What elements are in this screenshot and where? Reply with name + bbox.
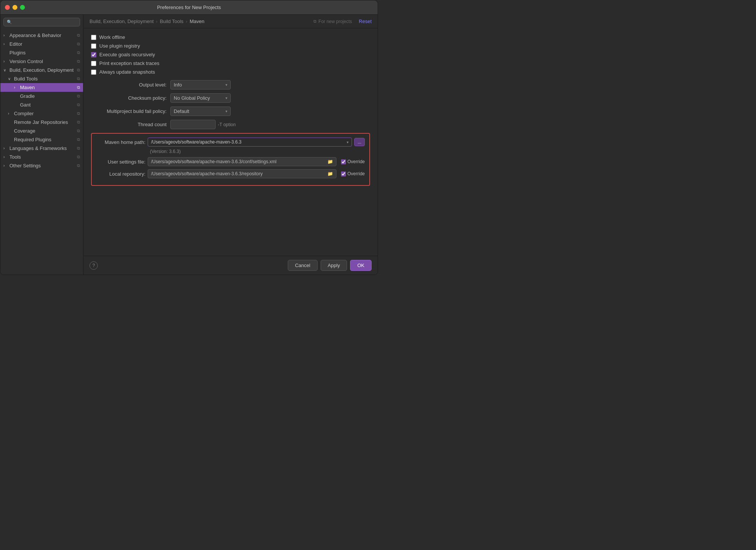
maximize-button[interactable] — [20, 5, 25, 10]
cancel-button[interactable]: Cancel — [288, 260, 317, 271]
copy-icon: ⧉ — [77, 85, 80, 90]
user-settings-file-row: User settings file: /Users/ageovb/softwa… — [96, 157, 365, 166]
checkbox-print-exceptions: Print exception stack traces — [91, 60, 370, 66]
sidebar-item-version-control[interactable]: › Version Control ⧉ — [0, 57, 83, 66]
output-level-label: Output level: — [91, 82, 167, 88]
copy-icon: ⧉ — [77, 154, 80, 159]
checkbox-execute-goals: Execute goals recursively — [91, 52, 370, 57]
sidebar-item-plugins[interactable]: › Plugins ⧉ — [0, 48, 83, 57]
minimize-button[interactable] — [12, 5, 17, 10]
user-settings-file-value: /Users/ageovb/software/apache-maven-3.6.… — [151, 159, 325, 164]
traffic-lights — [5, 5, 25, 10]
breadcrumb: Build, Execution, Deployment › Build Too… — [83, 15, 378, 28]
apply-button[interactable]: Apply — [321, 260, 347, 271]
maven-home-path-value: /Users/ageovb/software/apache-maven-3.6.… — [151, 139, 345, 145]
sidebar-item-coverage[interactable]: › Coverage ⧉ — [0, 127, 83, 135]
always-update-label: Always update snapshots — [99, 69, 155, 75]
maven-home-path-input[interactable]: /Users/ageovb/software/apache-maven-3.6.… — [148, 138, 352, 147]
reset-button[interactable]: Reset — [359, 19, 372, 24]
always-update-checkbox[interactable] — [91, 70, 96, 75]
thread-count-row: Thread count -T option — [91, 120, 370, 129]
copy-icon: ⧉ — [77, 163, 80, 168]
breadcrumb-project: ⧉ For new projects — [313, 19, 352, 24]
chevron-right-icon: › — [3, 33, 8, 37]
output-level-dropdown[interactable]: Info ▾ — [170, 80, 231, 90]
chevron-right-icon: › — [3, 155, 8, 159]
bottom-right-buttons: Cancel Apply OK — [288, 260, 372, 271]
browse-button[interactable]: ... — [354, 138, 365, 146]
user-settings-file-label: User settings file: — [96, 159, 145, 165]
chevron-right-icon: › — [3, 146, 8, 150]
copy-icon: ⧉ — [77, 76, 80, 81]
sidebar-item-appearance[interactable]: › Appearance & Behavior ⧉ — [0, 31, 83, 40]
sidebar: 🔍 › Appearance & Behavior ⧉ › Editor ⧉ ›… — [0, 15, 83, 275]
user-settings-override: Override — [341, 159, 365, 164]
sidebar-item-other-settings[interactable]: › Other Settings ⧉ — [0, 161, 83, 170]
copy-icon: ⧉ — [77, 42, 80, 46]
copy-icon: ⧉ — [77, 111, 80, 116]
checksum-policy-label: Checksum policy: — [91, 95, 167, 101]
sidebar-tree: › Appearance & Behavior ⧉ › Editor ⧉ › P… — [0, 29, 83, 275]
sidebar-item-maven[interactable]: › Maven ⧉ — [0, 83, 83, 92]
maven-home-path-label: Maven home path: — [96, 139, 145, 145]
chevron-right-icon: › — [3, 164, 8, 168]
copy-icon: ⧉ — [77, 102, 80, 107]
folder-icon: 📁 — [327, 159, 333, 164]
multiproject-fail-control: Default ▾ — [170, 107, 231, 116]
user-settings-override-label: Override — [347, 159, 365, 164]
copy-icon: ⧉ — [77, 59, 80, 64]
use-plugin-registry-checkbox[interactable] — [91, 43, 96, 49]
local-repository-override-checkbox[interactable] — [341, 171, 346, 176]
sidebar-item-tools[interactable]: › Tools ⧉ — [0, 153, 83, 161]
chevron-down-icon: ▾ — [347, 140, 349, 144]
user-settings-file-input[interactable]: /Users/ageovb/software/apache-maven-3.6.… — [148, 157, 336, 166]
checkbox-always-update: Always update snapshots — [91, 69, 370, 75]
maven-version-label: (Version: 3.6.3) — [150, 149, 365, 154]
sidebar-item-gant[interactable]: › Gant ⧉ — [0, 100, 83, 109]
multiproject-fail-dropdown[interactable]: Default ▾ — [170, 107, 231, 116]
sidebar-item-build-execution[interactable]: ∨ Build, Execution, Deployment ⧉ — [0, 66, 83, 74]
copy-icon: ⧉ — [77, 120, 80, 125]
help-button[interactable]: ? — [89, 261, 98, 270]
settings-body: Work offline Use plugin registry Execute… — [83, 28, 378, 256]
local-repository-label: Local repository: — [96, 171, 145, 177]
checksum-policy-dropdown[interactable]: No Global Policy ▾ — [170, 93, 231, 103]
sidebar-item-languages[interactable]: › Languages & Frameworks ⧉ — [0, 144, 83, 153]
close-button[interactable] — [5, 5, 10, 10]
output-level-row: Output level: Info ▾ — [91, 80, 370, 90]
chevron-down-icon: ▾ — [225, 109, 227, 113]
t-option-label: -T option — [218, 122, 236, 127]
chevron-down-icon: ▾ — [225, 96, 227, 100]
user-settings-override-checkbox[interactable] — [341, 159, 346, 164]
sidebar-item-build-tools[interactable]: ∨ Build Tools ⧉ — [0, 74, 83, 83]
thread-count-input[interactable] — [170, 120, 216, 129]
checksum-policy-control: No Global Policy ▾ — [170, 93, 231, 103]
search-box[interactable]: 🔍 — [3, 18, 80, 26]
ok-button[interactable]: OK — [350, 260, 372, 271]
sidebar-item-remote-jar[interactable]: › Remote Jar Repositories ⧉ — [0, 118, 83, 127]
copy-icon: ⧉ — [77, 33, 80, 38]
print-exceptions-checkbox[interactable] — [91, 61, 96, 66]
sidebar-item-editor[interactable]: › Editor ⧉ — [0, 40, 83, 48]
sidebar-item-compiler[interactable]: › Compiler ⧉ — [0, 109, 83, 118]
chevron-right-icon: › — [14, 85, 19, 90]
sidebar-item-required-plugins[interactable]: › Required Plugins ⧉ — [0, 135, 83, 144]
sidebar-item-gradle[interactable]: › Gradle ⧉ — [0, 92, 83, 100]
checksum-policy-row: Checksum policy: No Global Policy ▾ — [91, 93, 370, 103]
main-layout: 🔍 › Appearance & Behavior ⧉ › Editor ⧉ ›… — [0, 15, 378, 275]
work-offline-checkbox[interactable] — [91, 35, 96, 40]
multiproject-fail-value: Default — [174, 108, 223, 114]
output-level-value: Info — [174, 82, 223, 88]
search-icon: 🔍 — [7, 20, 12, 25]
chevron-down-icon: ▾ — [225, 83, 227, 87]
execute-goals-checkbox[interactable] — [91, 52, 96, 57]
multiproject-fail-label: Multiproject build fail policy: — [91, 108, 167, 114]
local-repository-input[interactable]: /Users/ageovb/software/apache-maven-3.6.… — [148, 169, 336, 178]
breadcrumb-part-2: Build Tools — [160, 19, 184, 24]
local-repository-override: Override — [341, 171, 365, 176]
work-offline-label: Work offline — [99, 34, 125, 40]
execute-goals-label: Execute goals recursively — [99, 52, 155, 57]
copy-icon: ⧉ — [77, 68, 80, 73]
copy-icon: ⧉ — [77, 137, 80, 142]
checkbox-work-offline: Work offline — [91, 34, 370, 40]
